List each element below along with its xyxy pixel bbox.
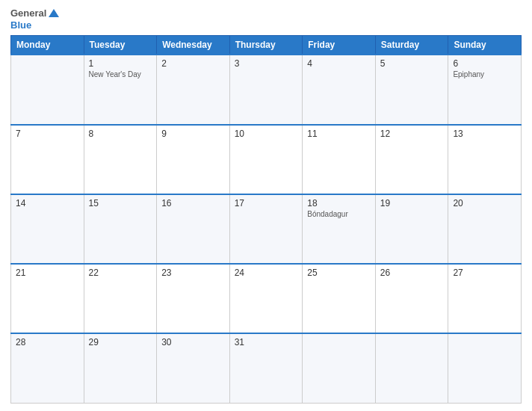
holiday-name: Epiphany (453, 70, 516, 78)
weekday-header-tuesday: Tuesday (84, 36, 157, 55)
day-number: 20 (453, 198, 516, 208)
day-number: 28 (16, 337, 79, 347)
calendar-cell: 7 (11, 125, 84, 194)
calendar-cell: 29 (84, 333, 157, 403)
calendar-week-row: 28293031 (11, 333, 522, 403)
day-number: 2 (161, 58, 225, 69)
calendar-cell: 30 (157, 333, 230, 403)
day-number: 25 (307, 268, 371, 278)
day-number: 5 (380, 58, 444, 69)
day-number: 19 (380, 198, 444, 208)
calendar-header-row: MondayTuesdayWednesdayThursdayFridaySatu… (11, 36, 522, 55)
calendar-cell: 19 (375, 194, 448, 264)
day-number: 4 (307, 58, 371, 69)
weekday-header-wednesday: Wednesday (157, 36, 230, 55)
calendar-cell: 26 (375, 264, 448, 333)
calendar-cell: 5 (375, 55, 448, 124)
day-number: 30 (161, 337, 225, 347)
weekday-header-monday: Monday (11, 36, 84, 55)
day-number: 31 (235, 337, 298, 347)
svg-marker-0 (49, 9, 59, 17)
calendar-cell: 24 (229, 264, 303, 333)
day-number: 10 (235, 129, 298, 139)
calendar-cell: 15 (84, 194, 157, 264)
day-number: 24 (235, 268, 298, 278)
holiday-name: New Year's Day (89, 70, 152, 78)
calendar-cell: 8 (84, 125, 157, 194)
calendar-week-row: 78910111213 (11, 125, 522, 194)
weekday-header-saturday: Saturday (375, 36, 448, 55)
day-number: 27 (453, 268, 516, 278)
calendar-cell: 31 (229, 333, 303, 403)
logo: General Blue (10, 7, 60, 31)
calendar-header: General Blue (10, 7, 522, 31)
calendar-cell (375, 333, 448, 403)
day-number: 8 (89, 129, 152, 139)
calendar-week-row: 21222324252627 (11, 264, 522, 333)
calendar-cell: 23 (157, 264, 230, 333)
calendar-cell: 14 (11, 194, 84, 264)
calendar-cell: 3 (229, 55, 303, 124)
holiday-name: Bóndadagur (307, 210, 371, 218)
calendar-cell: 28 (11, 333, 84, 403)
day-number: 22 (89, 268, 152, 278)
day-number: 11 (307, 129, 371, 139)
day-number: 29 (89, 337, 152, 347)
day-number: 23 (161, 268, 225, 278)
logo-general-text: General (10, 8, 46, 19)
calendar-cell (11, 55, 84, 124)
calendar-cell: 16 (157, 194, 230, 264)
calendar-week-row: 1415161718Bóndadagur1920 (11, 194, 522, 264)
day-number: 12 (380, 129, 444, 139)
calendar-cell (448, 333, 522, 403)
calendar-cell: 10 (229, 125, 303, 194)
calendar-cell: 13 (448, 125, 522, 194)
day-number: 18 (307, 198, 371, 208)
day-number: 14 (16, 198, 79, 208)
calendar-cell (303, 333, 376, 403)
day-number: 26 (380, 268, 444, 278)
calendar-week-row: 1New Year's Day23456Epiphany (11, 55, 522, 124)
calendar-cell: 27 (448, 264, 522, 333)
day-number: 7 (16, 129, 79, 139)
calendar-cell: 2 (157, 55, 230, 124)
day-number: 9 (161, 129, 225, 139)
calendar-table: MondayTuesdayWednesdayThursdayFridaySatu… (10, 35, 522, 404)
calendar-cell: 12 (375, 125, 448, 194)
weekday-header-sunday: Sunday (448, 36, 522, 55)
calendar-page: General Blue MondayTuesdayWednesdayThurs… (0, 0, 532, 411)
calendar-cell: 6Epiphany (448, 55, 522, 124)
weekday-header-friday: Friday (303, 36, 376, 55)
day-number: 17 (235, 198, 298, 208)
day-number: 6 (453, 58, 516, 69)
calendar-cell: 4 (303, 55, 376, 124)
day-number: 13 (453, 129, 516, 139)
weekday-header-thursday: Thursday (229, 36, 303, 55)
day-number: 16 (161, 198, 225, 208)
calendar-cell: 18Bóndadagur (303, 194, 376, 264)
calendar-cell: 1New Year's Day (84, 55, 157, 124)
day-number: 15 (89, 198, 152, 208)
logo-blue-text: Blue (10, 20, 31, 31)
calendar-cell: 20 (448, 194, 522, 264)
calendar-cell: 17 (229, 194, 303, 264)
logo-triangle-icon (48, 7, 60, 19)
calendar-cell: 11 (303, 125, 376, 194)
calendar-cell: 9 (157, 125, 230, 194)
day-number: 3 (235, 58, 298, 69)
calendar-cell: 25 (303, 264, 376, 333)
day-number: 1 (89, 58, 152, 69)
calendar-cell: 22 (84, 264, 157, 333)
day-number: 21 (16, 268, 79, 278)
calendar-cell: 21 (11, 264, 84, 333)
